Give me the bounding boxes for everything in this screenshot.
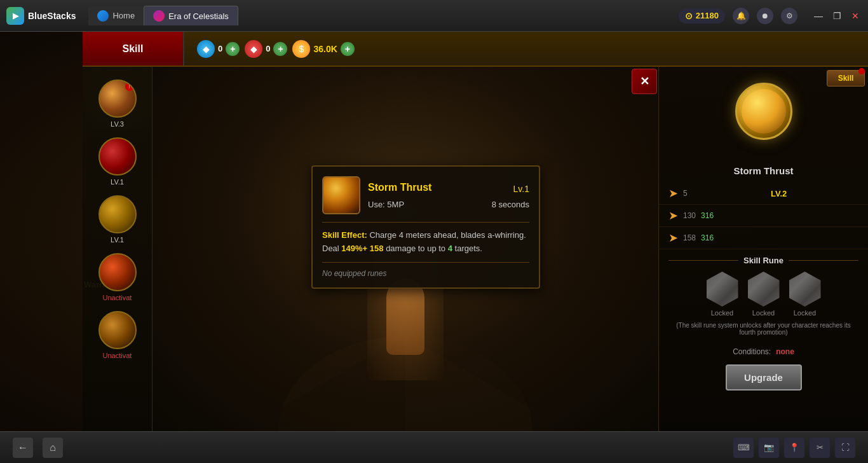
skill-orb-5	[98, 311, 137, 349]
arrow-icon-1: ➤	[668, 186, 678, 200]
game-area: Skill ◆ 0 + ◆ 0 + $ 36.0K + !	[0, 32, 868, 463]
tooltip-skill-icon	[322, 176, 360, 214]
home-nav-button[interactable]: ⌂	[43, 438, 63, 458]
tooltip-mp-label: Use:	[368, 200, 385, 209]
skill-level-3: LV.1	[111, 236, 124, 244]
rune-slot-3[interactable]: Locked	[789, 272, 821, 317]
bottom-right-controls: ⌨ 📷 📍 ✂ ⛶	[733, 438, 855, 458]
titlebar: ▶ BlueStacks Home Era of Celestials ⊙ 21…	[0, 0, 868, 32]
tooltip-rune-note: No equipped runes	[322, 269, 529, 278]
arrow-icon-3: ➤	[668, 231, 678, 245]
conditions-value: none	[776, 347, 794, 356]
red-gem-icon: ◆	[245, 40, 262, 58]
rune-section: Skill Rune Locked Locked Locked (The ski…	[659, 249, 868, 342]
tooltip-effect-end: targets.	[452, 244, 482, 253]
gold-add-button[interactable]: +	[341, 42, 355, 56]
blue-gem-resource: ◆ 0 +	[197, 40, 240, 58]
tooltip-skill-name: Storm Thrust	[368, 182, 431, 193]
skill-item-2[interactable]: LV.1	[98, 137, 137, 186]
bluestacks-logo: ▶ BlueStacks	[6, 7, 76, 25]
rune-slot-1[interactable]: Locked	[707, 272, 738, 317]
settings-button[interactable]: ⚙	[781, 8, 797, 24]
skill-level-2: LV.1	[111, 178, 124, 186]
tooltip-cd-value: 8 seconds	[492, 200, 529, 209]
level-ce-3: 158	[683, 233, 696, 242]
level-row-3: ➤ 158 316	[659, 227, 868, 249]
scissors-button[interactable]: ✂	[810, 438, 830, 458]
rune-locked-1: Locked	[711, 309, 733, 317]
level-row-1: ➤ 5 LV.2	[659, 183, 868, 205]
skill-level-4: Unactivat	[103, 294, 132, 301]
right-panel-skill-name: Storm Thrust	[659, 146, 868, 183]
rune-crystal-1	[707, 272, 738, 307]
rune-crystal-2	[748, 272, 780, 307]
blue-gem-icon: ◆	[197, 40, 215, 58]
level-current-1: 5	[683, 189, 771, 198]
skill-tab-label: Skill	[123, 43, 144, 55]
arrow-icon-2: ➤	[668, 209, 678, 223]
tooltip-mp-row: Use: 5MP	[368, 200, 404, 209]
skill-item-3[interactable]: LV.1	[98, 195, 137, 244]
game-tab-icon	[153, 10, 165, 22]
tab-game[interactable]: Era of Celestials	[144, 6, 238, 25]
tooltip-effect-suffix: damage to up to	[384, 244, 448, 253]
skill-orb-inner	[742, 89, 786, 134]
fullscreen-button[interactable]: ⛶	[835, 438, 855, 458]
restore-button[interactable]: ❐	[831, 11, 844, 21]
camera-button[interactable]: 📷	[759, 438, 779, 458]
skill-level-1: LV.3	[111, 120, 124, 128]
level-next-3: 316	[701, 233, 714, 242]
tab-home-label: Home	[112, 11, 135, 20]
upgrade-button[interactable]: Upgrade	[726, 364, 802, 390]
upgrade-button-label: Upgrade	[744, 372, 783, 383]
red-gem-add-button[interactable]: +	[273, 42, 287, 56]
location-button[interactable]: 📍	[784, 438, 804, 458]
bottom-bar: ← ⌂ ⌨ 📷 📍 ✂ ⛶	[0, 431, 868, 463]
tooltip-damage-flat: + 158	[363, 244, 384, 253]
red-gem-value: 0	[266, 44, 270, 53]
tooltip-header-info: Storm Thrust Lv.1 Use: 5MP 8 seconds	[368, 182, 529, 209]
tab-home[interactable]: Home	[88, 6, 144, 25]
keyboard-button[interactable]: ⌨	[733, 438, 754, 458]
tab-game-label: Era of Celestials	[168, 11, 229, 21]
skill-item-5[interactable]: Unactivat	[98, 311, 137, 359]
blue-gem-add-button[interactable]: +	[226, 42, 240, 56]
skill-header-bar: Skill ◆ 0 + ◆ 0 + $ 36.0K +	[83, 32, 868, 67]
rune-slot-2[interactable]: Locked	[748, 272, 780, 317]
skill-tooltip: Storm Thrust Lv.1 Use: 5MP 8 seconds Ski…	[311, 165, 540, 289]
tooltip-header: Storm Thrust Lv.1 Use: 5MP 8 seconds	[322, 176, 529, 214]
bluestacks-icon: ▶	[6, 7, 24, 25]
skill-tab-button[interactable]: Skill	[83, 32, 184, 66]
skill-item-1[interactable]: ! LV.3	[98, 79, 137, 128]
rune-crystal-3	[789, 272, 821, 307]
level-label-lv2: LV.2	[771, 189, 858, 198]
rune-title-label: Skill Rune	[743, 256, 783, 265]
tooltip-divider-2	[322, 262, 529, 263]
skill-item-4[interactable]: Unactivat	[98, 253, 137, 301]
conditions-row: Conditions: none	[659, 342, 868, 361]
close-button[interactable]: ✕	[849, 11, 862, 21]
rune-line-left	[668, 260, 738, 261]
skill-orb-2	[98, 137, 137, 176]
skill-badge-1: !	[125, 82, 134, 91]
coins-display: ⊙ 21180	[679, 8, 725, 24]
tooltip-mp-value: 5MP	[387, 200, 404, 209]
conditions-label: Conditions:	[733, 347, 771, 356]
notification-button[interactable]: 🔔	[733, 8, 749, 24]
blue-gem-value: 0	[218, 44, 222, 53]
level-current-2: 130	[683, 211, 696, 220]
back-button[interactable]: ←	[13, 438, 33, 458]
window-controls: — ❐ ✕	[811, 11, 862, 21]
rune-locked-3: Locked	[794, 309, 816, 317]
tooltip-targets: 4	[448, 244, 452, 253]
rune-locked-2: Locked	[752, 309, 775, 317]
rune-title: Skill Rune	[668, 256, 858, 265]
level-next-2: 316	[701, 211, 714, 220]
panel-close-button[interactable]: ✕	[632, 69, 657, 94]
record-button[interactable]: ⏺	[757, 8, 773, 24]
skill-level-5: Unactivat	[103, 352, 132, 359]
skill-btn-notification-dot	[858, 68, 865, 74]
titlebar-right: ⊙ 21180 🔔 ⏺ ⚙ — ❐ ✕	[679, 8, 862, 24]
minimize-button[interactable]: —	[811, 11, 825, 21]
red-gem-resource: ◆ 0 +	[245, 40, 287, 58]
